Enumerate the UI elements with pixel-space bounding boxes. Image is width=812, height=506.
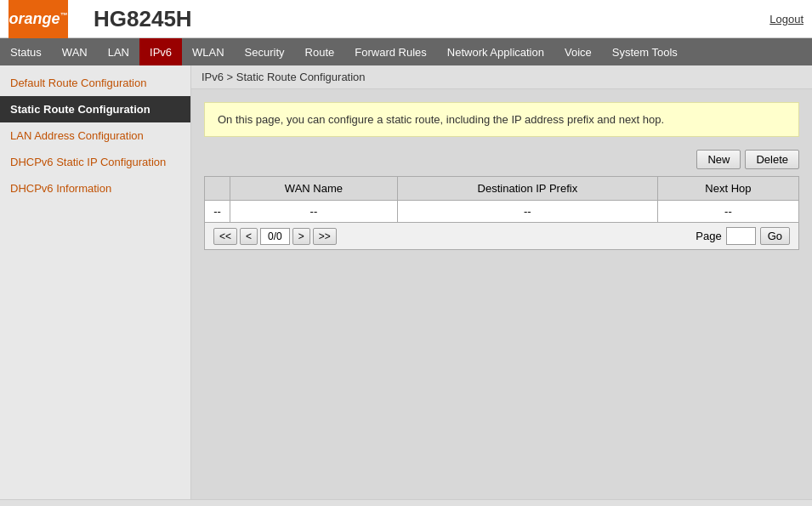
header: orange™ HG8245H Logout — [0, 0, 812, 38]
info-message: On this page, you can configure a static… — [218, 113, 664, 126]
nav-item-wan[interactable]: WAN — [52, 38, 98, 65]
new-button[interactable]: New — [696, 150, 741, 169]
pagination-prev[interactable]: < — [240, 228, 258, 245]
table-cell-next-hop: -- — [657, 201, 798, 223]
table-cell-check: -- — [205, 201, 230, 223]
sidebar-item-default-route[interactable]: Default Route Configuration — [0, 70, 190, 96]
nav-item-wlan[interactable]: WLAN — [182, 38, 235, 65]
table-row: -- -- -- -- — [205, 201, 799, 223]
logo-tm: ™ — [60, 11, 68, 20]
nav-bar: Status WAN LAN IPv6 WLAN Security Route … — [0, 38, 812, 65]
nav-item-route[interactable]: Route — [295, 38, 345, 65]
content-inner: On this page, you can configure a static… — [191, 89, 812, 263]
logout-button[interactable]: Logout — [769, 13, 803, 26]
pagination-controls: << < 0/0 > >> — [213, 228, 337, 245]
footer: ❀ Copyright © Huawei Technologies Co., L… — [0, 499, 812, 506]
logo-box: orange™ — [9, 0, 68, 38]
pagination-page: Page Go — [696, 227, 790, 245]
nav-item-ipv6[interactable]: IPv6 — [139, 38, 182, 65]
pagination-row: << < 0/0 > >> Page Go — [204, 223, 799, 250]
nav-item-lan[interactable]: LAN — [98, 38, 139, 65]
nav-item-system-tools[interactable]: System Tools — [602, 38, 688, 65]
table-header-check — [205, 177, 230, 201]
page-label: Page — [696, 230, 721, 242]
breadcrumb: IPv6 > Static Route Configuration — [191, 65, 812, 89]
nav-item-security[interactable]: Security — [235, 38, 295, 65]
sidebar-item-static-route[interactable]: Static Route Configuration — [0, 96, 190, 122]
main-layout: Default Route Configuration Static Route… — [0, 65, 812, 499]
nav-item-status[interactable]: Status — [0, 38, 52, 65]
table-header-dest-ip: Destination IP Prefix — [397, 177, 657, 201]
table-header-next-hop: Next Hop — [657, 177, 798, 201]
info-box: On this page, you can configure a static… — [204, 102, 799, 137]
pagination-first[interactable]: << — [213, 228, 237, 245]
nav-item-voice[interactable]: Voice — [554, 38, 602, 65]
device-name: HG8245H — [94, 6, 192, 32]
sidebar-item-lan-address[interactable]: LAN Address Configuration — [0, 122, 190, 149]
logo-text: orange™ — [9, 10, 67, 28]
sidebar-item-dhcpv6-info[interactable]: DHCPv6 Information — [0, 175, 190, 202]
pagination-info: 0/0 — [260, 228, 290, 245]
pagination-last[interactable]: >> — [313, 228, 337, 245]
delete-button[interactable]: Delete — [745, 150, 799, 169]
pagination-next[interactable]: > — [292, 228, 310, 245]
page-input[interactable] — [726, 227, 756, 245]
button-row: New Delete — [204, 150, 799, 169]
sidebar-item-dhcpv6-static[interactable]: DHCPv6 Static IP Configuration — [0, 149, 190, 175]
content-area: IPv6 > Static Route Configuration On thi… — [191, 65, 812, 499]
nav-item-network-application[interactable]: Network Application — [437, 38, 554, 65]
route-table: WAN Name Destination IP Prefix Next Hop … — [204, 176, 799, 223]
go-button[interactable]: Go — [760, 227, 790, 245]
sidebar: Default Route Configuration Static Route… — [0, 65, 191, 499]
table-cell-wan-name: -- — [230, 201, 398, 223]
nav-item-forward-rules[interactable]: Forward Rules — [344, 38, 437, 65]
table-header-wan-name: WAN Name — [230, 177, 398, 201]
table-cell-dest-ip: -- — [397, 201, 657, 223]
